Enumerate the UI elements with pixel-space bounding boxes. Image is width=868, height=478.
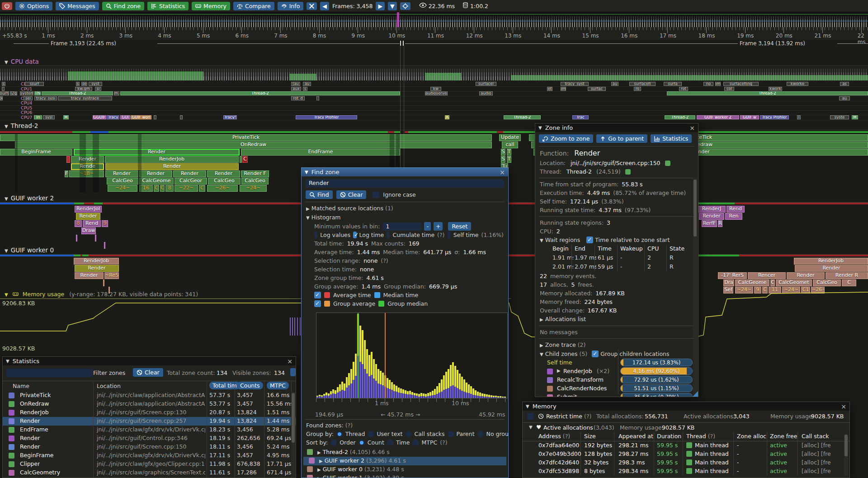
cpu-zone[interactable]: Tracy [107,115,119,119]
cpu-zone[interactable]: Thread-2 [667,91,868,95]
timeline-zone[interactable] [95,235,96,241]
ignore-case-checkbox[interactable] [373,191,379,198]
crosshair-button[interactable] [400,2,410,10]
timeline-zone[interactable]: CalcGeo [813,279,841,286]
cpu-zone[interactable]: sei [24,96,33,100]
cpu-zone[interactable]: GUIF worl [131,115,151,119]
thread-header-guif-worker-2[interactable]: ▼GUIF worker 2 [5,194,54,202]
timeline-zone[interactable]: Render [75,265,119,272]
child-time-bar[interactable]: 51.51 us (1.15%) [620,384,693,392]
thread-header-guif-worker-0[interactable]: ▼GUIF worker 0 [5,246,54,254]
cpu-zone[interactable]: l [797,115,801,119]
cpu-zone[interactable]: tracy_systrace [58,96,112,100]
col-name[interactable]: Name [13,383,29,389]
cpu-zone[interactable]: m1a [114,91,119,95]
timeline-zone[interactable]: C [154,185,159,192]
min-bin-input[interactable]: 1 [382,222,421,231]
location-value[interactable]: jni/../jni/src/guif/Screen.cpp:150 [571,160,660,166]
timeline-zone[interactable]: Ren [725,213,742,220]
cpu-zone[interactable]: surfa [0,91,9,95]
timeline-zone[interactable]: RerfF [702,220,717,227]
callstack-free-link[interactable]: [fre [821,442,831,449]
timeline-zone[interactable]: Render [699,213,724,220]
memory-usage-header[interactable]: ▼ Memory usage (y-range: 178.27 KB, visi… [5,291,198,298]
cpu-zone[interactable]: system se [20,91,33,95]
timeline-zone[interactable]: ~26~ [207,185,238,192]
timeline-zone[interactable]: CalcGeome [139,178,174,185]
timeline-zone[interactable]: T [507,149,511,156]
cpu-zone[interactable]: ssurf [25,82,44,86]
cpu-zone[interactable]: GUIF worker 2 [697,115,739,119]
cpu-zone[interactable]: rot_d [291,96,305,100]
timeline-zone[interactable]: Render [207,170,240,177]
messages-button[interactable]: Messages [56,2,99,10]
table-row[interactable]: Clipperjni/../jni/src/claw/gfx/geo/Clipp… [3,460,296,469]
timeline-zone[interactable]: ~24~ [782,287,800,293]
cpu-zone[interactable]: surfac [588,87,606,91]
child-zone-name[interactable]: RecalcTransform [557,376,604,383]
timeline-zone[interactable]: C [242,156,248,163]
cpu-zone[interactable]: au [839,96,850,100]
group-children-checkbox[interactable] [592,350,599,357]
timeline-zone[interactable]: Dra [723,279,734,286]
memory-titlebar[interactable]: ▼Memory × [523,402,849,411]
col-zone-alloc[interactable]: Zone alloc [737,433,766,440]
compare-button[interactable]: Compare [233,2,274,10]
col-size[interactable]: Size [584,433,596,440]
timeline-zone[interactable]: 8 [75,220,82,227]
find-zone-histogram[interactable] [316,312,508,398]
timeline-zone[interactable]: Render [795,265,868,272]
timeline-zone[interactable]: Render [173,170,206,177]
cpu-zone[interactable]: im [561,87,566,91]
timeline-zone[interactable]: ~24~ [735,287,753,293]
radio-no-groupin[interactable] [477,431,484,437]
timeline-zone[interactable]: CalcGeo [241,178,269,185]
child-time-bar[interactable]: 172.14 us (3.83%) [620,359,693,366]
timeline-zone[interactable]: Rende [71,163,104,170]
cpu-zone[interactable]: sysl [43,115,55,119]
col-duration[interactable]: Duration [657,433,681,440]
legend-checkbox[interactable] [314,292,321,298]
thread-color-chip[interactable] [625,169,631,175]
cpu-zone[interactable]: tracy_sysi [34,96,57,100]
found-zone-group[interactable]: ▶ GUIF worker 2 (3,296) 4.61 s [303,457,506,465]
table-row[interactable]: OnRedrawjni/../jni/src/claw/application/… [3,400,296,408]
cpu-zone[interactable]: Thread-2 [504,115,541,119]
timeline-zone[interactable]: Render [105,170,138,177]
cpu-zone[interactable]: im [715,82,721,86]
frame-label-right[interactable]: Frame 3,194 (13.92 ms) [740,40,805,47]
checkbox-cumulate-time[interactable] [387,232,390,238]
cpu-zone[interactable] [316,96,319,100]
cpu-zone[interactable]: tracy_syst [561,82,589,86]
scrollbar-thumb[interactable] [693,180,697,237]
cpu-zone[interactable]: M [852,115,858,119]
table-row[interactable]: CalcGeometryjni/../jni/src/claw/graphics… [3,469,296,477]
cpu-zone[interactable]: syst [89,82,102,86]
timeline-zone[interactable]: PrivateTick [0,134,492,141]
cpu-zone[interactable]: kwork [769,87,782,91]
timeline-zone[interactable]: Render R [826,272,868,279]
callstack-alloc-link[interactable]: [alloc] [802,459,821,466]
checkbox-log-values[interactable] [314,232,317,238]
cpu-zone[interactable]: Tracy Profiler [296,115,357,119]
cpu-zone[interactable]: aux [291,87,301,91]
timeline-zone[interactable]: F [65,170,68,177]
child-zones-toggle[interactable]: ▼ Child zones (5) Group children locatio… [535,350,698,359]
cpu-zone[interactable]: et [547,87,552,91]
radio-call-stacks[interactable] [406,431,412,437]
checkbox-self-time[interactable] [448,232,451,238]
histogram-section-toggle[interactable]: ▼ Histogram [302,213,508,222]
cpu-zone[interactable]: Thread-2 [120,91,400,95]
cpu-zone[interactable] [2,87,5,91]
allocations-list-toggle[interactable]: ▶ Allocations list [535,315,698,324]
timeline-zone[interactable]: BeginFrame [0,149,72,156]
timeline-zone[interactable]: Rend [726,206,745,213]
zoom-to-zone-button[interactable]: Zoom to zone [539,134,593,143]
timeline-zone[interactable]: Render [71,156,104,163]
close-icon[interactable]: × [841,403,846,410]
table-row[interactable]: BeginFramejni/../jni/src/claw/gfx/drv/vk… [3,451,296,460]
next-frame-button[interactable]: ▶ [376,2,385,10]
timeline-zone[interactable]: 9 [102,220,108,227]
cpu-zone[interactable]: Thread-2 [42,91,113,95]
found-zone-group[interactable]: ▶ GUIF worker 1 (3,192) 4.39 s [302,474,508,478]
